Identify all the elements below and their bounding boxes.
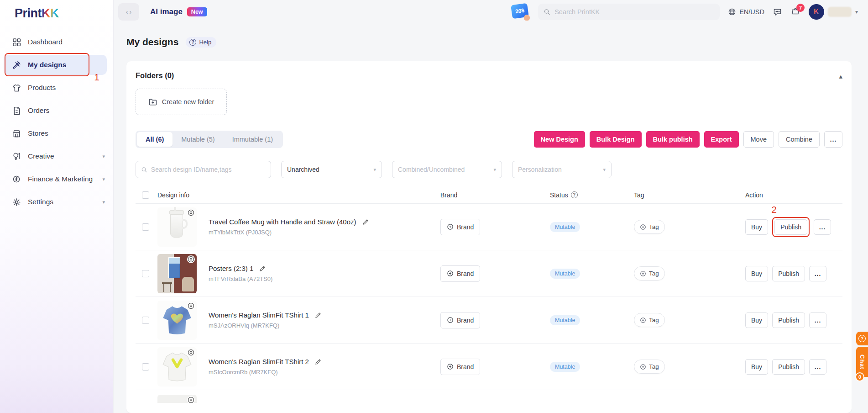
sidebar-item-products[interactable]: Products [0, 76, 113, 99]
annotation-box-publish: 2 Publish [772, 217, 810, 237]
design-thumbnail-tshirt-blue[interactable] [157, 301, 197, 340]
chat-bubble-icon [773, 7, 782, 17]
cart-button[interactable]: 7 [790, 7, 800, 17]
row-checkbox[interactable] [142, 317, 149, 324]
brand-button-label: Brand [457, 223, 474, 231]
user-menu[interactable]: K ▾ [809, 4, 858, 20]
design-search-input[interactable] [151, 166, 266, 173]
sidebar-item-my-designs[interactable]: My designs 1 [0, 53, 113, 76]
sidebar-collapse-button[interactable]: ‹› [118, 3, 139, 21]
ai-image-nav[interactable]: AI image New [150, 7, 207, 16]
globe-icon [728, 8, 736, 16]
global-search [538, 4, 720, 20]
sidebar-item-orders[interactable]: Orders [0, 99, 113, 122]
publish-button[interactable]: Publish [772, 312, 805, 328]
brand-button-label: Brand [457, 317, 474, 324]
tab-all[interactable]: All (6) [137, 132, 173, 147]
row-checkbox[interactable] [142, 223, 149, 231]
printkk-logo[interactable]: PrintKK [0, 0, 113, 21]
brand-button[interactable]: Brand [440, 359, 480, 375]
folder-plus-icon [148, 97, 157, 106]
table-row: Women's Raglan SlimFit TShirt 2 mSIcOorc… [136, 344, 842, 390]
collapse-section-icon[interactable]: ▴ [839, 72, 842, 80]
row-checkbox[interactable] [142, 270, 149, 277]
buy-button[interactable]: Buy [745, 219, 768, 235]
filter-tabs: All (6) Mutable (5) Immutable (1) [136, 131, 283, 148]
design-search [136, 161, 271, 178]
sidebar-item-settings[interactable]: Settings ▾ [0, 191, 113, 213]
personalization-filter-select[interactable]: Personalization ▾ [512, 161, 612, 178]
row-checkbox[interactable] [142, 363, 149, 371]
publish-button[interactable]: Publish [772, 266, 805, 281]
publish-button[interactable]: Publish [772, 359, 805, 375]
row-more-button[interactable]: ... [809, 266, 826, 281]
buy-button[interactable]: Buy [745, 359, 768, 375]
brand-button[interactable]: Brand [440, 219, 480, 235]
annotation-step-2: 2 [771, 204, 777, 215]
locale-label: EN/USD [739, 8, 764, 16]
help-button[interactable]: ? Help [186, 37, 216, 48]
preview-icon[interactable] [187, 209, 195, 217]
row-more-button[interactable]: ... [809, 312, 826, 328]
toolbar-buttons: New Design Bulk Design Bulk publish Expo… [534, 131, 842, 148]
new-design-button[interactable]: New Design [534, 131, 585, 148]
edit-icon[interactable] [314, 358, 322, 365]
brand-button[interactable]: Brand [440, 312, 480, 328]
global-search-input[interactable] [554, 8, 714, 16]
design-thumbnail-tshirt-white[interactable] [157, 347, 197, 387]
edit-icon[interactable] [362, 218, 369, 226]
create-folder-button[interactable]: Create new folder [136, 89, 227, 115]
chat-help-button[interactable]: ? [856, 332, 868, 345]
bulk-publish-button[interactable]: Bulk publish [646, 131, 700, 148]
buy-button[interactable]: Buy [745, 312, 768, 328]
preview-icon[interactable] [187, 302, 195, 310]
status-badge: Mutable [550, 269, 580, 279]
design-id: mTYibMkTttX (PJ0JSQ) [209, 229, 369, 236]
brand-button[interactable]: Brand [440, 265, 480, 282]
chevron-down-icon: ▾ [603, 167, 606, 173]
export-button[interactable]: Export [704, 131, 739, 148]
move-button[interactable]: Move [743, 131, 774, 148]
archive-filter-select[interactable]: Unarchived ▾ [281, 161, 382, 178]
tag-button[interactable]: Tag [634, 313, 665, 327]
sidebar-nav: Dashboard My designs 1 Products Orders S… [0, 31, 113, 213]
toolbar-more-button[interactable]: ... [824, 131, 842, 148]
select-all-checkbox[interactable] [142, 191, 149, 199]
design-thumbnail-mug[interactable] [157, 207, 197, 247]
publish-button[interactable]: Publish [774, 219, 807, 235]
tab-mutable[interactable]: Mutable (5) [173, 132, 223, 147]
plus-circle-icon [640, 364, 646, 370]
status-badge: Mutable [550, 362, 580, 372]
tag-button[interactable]: Tag [634, 220, 665, 234]
combine-button[interactable]: Combine [779, 131, 820, 148]
status-help-icon[interactable]: ? [571, 191, 578, 198]
preview-icon[interactable] [187, 255, 195, 263]
tag-button[interactable]: Tag [634, 360, 665, 374]
status-badge: Mutable [550, 222, 580, 232]
sidebar-item-finance-marketing[interactable]: Finance & Marketing ▾ [0, 168, 113, 191]
sidebar-item-stores[interactable]: Stores [0, 122, 113, 145]
header-tag: Tag [634, 191, 644, 199]
row-more-button[interactable]: ... [809, 359, 826, 375]
row-more-button[interactable]: ... [814, 219, 831, 235]
edit-icon[interactable] [314, 312, 322, 319]
design-thumbnail-poster[interactable] [157, 254, 197, 293]
combined-filter-select[interactable]: Combined/Uncombined ▾ [392, 161, 502, 178]
table-row: Women's Raglan SlimFit TShirt 1 mSJAzORH… [136, 297, 842, 344]
buy-button[interactable]: Buy [745, 266, 768, 281]
design-thumbnail-partial[interactable] [157, 395, 197, 403]
locale-switcher[interactable]: EN/USD [728, 8, 764, 16]
sidebar-item-dashboard[interactable]: Dashboard [0, 31, 113, 53]
tab-immutable[interactable]: Immutable (1) [224, 132, 282, 147]
tag-button[interactable]: Tag [634, 266, 665, 281]
question-icon: ? [858, 335, 866, 342]
preview-icon[interactable] [187, 349, 195, 356]
sidebar-item-label: Dashboard [28, 38, 63, 46]
messages-button[interactable] [773, 7, 782, 17]
bulk-design-button[interactable]: Bulk Design [590, 131, 642, 148]
edit-icon[interactable] [259, 265, 266, 272]
sidebar-item-creative[interactable]: Creative ▾ [0, 145, 113, 168]
chevron-down-icon: ▾ [102, 176, 105, 182]
coupon-icon[interactable]: 20$ [512, 3, 530, 21]
preview-icon[interactable] [187, 396, 195, 403]
